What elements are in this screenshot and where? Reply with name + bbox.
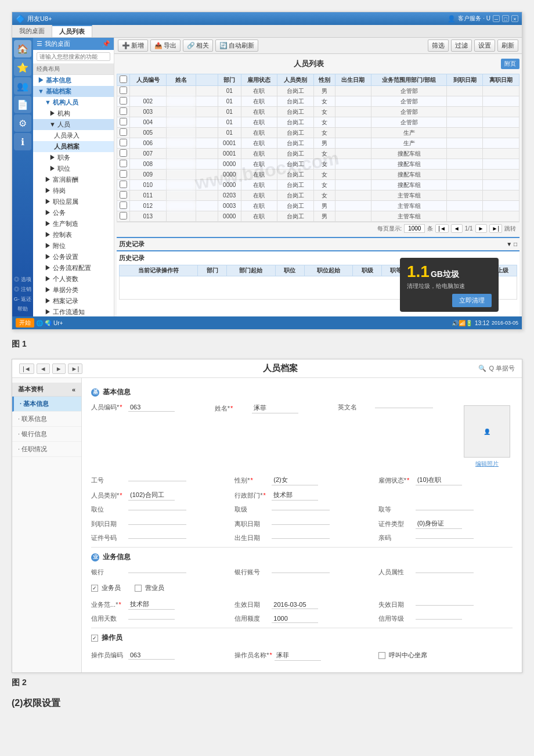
row-checkbox[interactable] — [120, 149, 127, 157]
close-btn[interactable]: × — [511, 15, 518, 22]
row-checkbox[interactable] — [120, 139, 127, 146]
sidebar-item-rich-salary[interactable]: ▶ 富润薪酬 — [33, 174, 114, 185]
nav-bottom-options[interactable]: ◎ 选项 — [12, 275, 33, 285]
form-sidebar-item-basic[interactable]: · 基本信息 — [12, 397, 81, 412]
nav-icon-star[interactable]: ⭐ — [14, 59, 31, 76]
row-checkbox[interactable] — [120, 212, 127, 219]
table-row[interactable]: 011 0203在职台岗工女主管车组 — [117, 190, 519, 201]
sidebar-search-input[interactable] — [37, 52, 110, 61]
table-row[interactable]: 009 0000在职台岗工女搜配车组 — [117, 170, 519, 180]
sidebar-item-production[interactable]: ▶ 生产制造 — [33, 218, 114, 229]
form-last-btn[interactable]: ►| — [68, 363, 83, 374]
btn-export[interactable]: 📤 导出 — [150, 39, 181, 52]
maximize-btn[interactable]: □ — [502, 15, 509, 22]
nav-bottom-logout[interactable]: ◎ 注销 — [12, 285, 33, 294]
minimize-btn[interactable]: ─ — [493, 15, 500, 22]
nav-icon-gear[interactable]: ⚙ — [14, 114, 31, 132]
form-sidebar-item-contact[interactable]: · 联系信息 — [12, 412, 81, 427]
tab-home[interactable]: 我的桌面 — [12, 25, 52, 37]
sidebar-collapse-icon[interactable]: « — [72, 386, 75, 393]
form-sidebar-item-position[interactable]: · 任职情况 — [12, 442, 81, 457]
sidebar-item-basic-files[interactable]: ▼ 基础档案 — [33, 86, 114, 97]
btn-auto-refresh[interactable]: 🔄 自动刷新 — [215, 39, 258, 52]
prev-page-btn[interactable]: ◄ — [451, 224, 463, 233]
sidebar-item-doc-category[interactable]: ▶ 单据分类 — [33, 285, 114, 296]
row-checkbox[interactable] — [120, 170, 127, 178]
table-row[interactable]: 004 01在职台岗工女企管部 — [117, 117, 519, 128]
form-prev-btn[interactable]: ◄ — [37, 363, 50, 374]
row-checkbox[interactable] — [120, 201, 127, 209]
sidebar-item-archive-record[interactable]: ▶ 档案记录 — [33, 296, 114, 307]
sidebar-item-duties[interactable]: ▶ 职务 — [33, 152, 114, 163]
sidebar-item-org-personnel[interactable]: ▼ 机构人员 — [33, 97, 114, 108]
biz-staff-checkbox[interactable] — [91, 585, 98, 592]
row-checkbox[interactable] — [120, 97, 127, 105]
next-page-btn[interactable]: ► — [475, 224, 487, 233]
app-window: 🔷 用友U8+ 👤 客户服务 · U ─ □ × 我的桌面 人员列表 🏠 ⭐ 👥 — [12, 12, 522, 329]
start-btn[interactable]: 开始 — [16, 318, 34, 327]
gc-clean-btn[interactable]: 立即清理 — [452, 294, 492, 307]
row-checkbox[interactable] — [120, 87, 127, 94]
row-checkbox[interactable] — [120, 191, 127, 199]
history-toggle[interactable]: ▼ □ — [506, 241, 517, 247]
nav-icon-home[interactable]: 🏠 — [14, 40, 31, 57]
form-first-btn[interactable]: |◄ — [19, 363, 34, 374]
btn-filter2[interactable]: 过滤 — [451, 39, 472, 52]
table-row[interactable]: 006 0001在职台岗工男生产 — [117, 138, 519, 149]
operator-section-checkbox[interactable] — [91, 635, 98, 642]
btn-related[interactable]: 🔗 相关 — [183, 39, 213, 52]
table-row[interactable]: 002 01在职台岗工女企管部 — [117, 96, 519, 107]
select-all-checkbox[interactable] — [120, 75, 127, 83]
sidebar-item-workflow-notify[interactable]: ▶ 工作流通知 — [33, 307, 114, 316]
row-checkbox[interactable] — [120, 128, 127, 136]
table-row[interactable]: 013 0000在职台岗工男主管车组 — [117, 211, 519, 222]
table-row[interactable]: 005 01在职台岗工女生产 — [117, 128, 519, 138]
call-center-checkbox[interactable] — [378, 652, 385, 659]
table-row[interactable]: 010 0000在职台岗工女搜配车组 — [117, 180, 519, 190]
export-btn[interactable]: 附页 — [501, 59, 519, 69]
btn-refresh[interactable]: 刷新 — [497, 39, 518, 52]
sidebar-item-subsidiary[interactable]: ▶ 附位 — [33, 240, 114, 251]
sidebar-item-org[interactable]: ▶ 机构 — [33, 108, 114, 119]
sales-staff-checkbox[interactable] — [135, 585, 142, 592]
btn-filter[interactable]: 筛选 — [428, 39, 449, 52]
form-sidebar-item-bank[interactable]: · 银行信息 — [12, 427, 81, 442]
form-next-btn[interactable]: ► — [52, 363, 66, 374]
sidebar-item-personnel-entry[interactable]: 人员录入 — [33, 130, 114, 141]
sidebar-pin-icon[interactable]: 📌 — [102, 40, 110, 48]
sidebar-item-personnel-files[interactable]: 人员档案 — [33, 141, 114, 152]
btn-add[interactable]: ➕ 新增 — [118, 39, 148, 52]
nav-icon-info[interactable]: ℹ — [14, 133, 31, 150]
per-page-input[interactable] — [404, 224, 425, 233]
tab-personnel-list[interactable]: 人员列表 — [52, 25, 92, 37]
row-checkbox[interactable] — [120, 107, 127, 115]
photo-area[interactable]: 👤 — [464, 405, 510, 458]
table-row[interactable]: 007 0001在职台岗工女搜配车组 — [117, 149, 519, 159]
sidebar-item-position-level[interactable]: ▶ 职位层属 — [33, 196, 114, 207]
table-row[interactable]: 012 0003在职台岗工男主管车组 — [117, 201, 519, 211]
sidebar-item-public-affairs[interactable]: ▶ 公务 — [33, 207, 114, 218]
btn-settings[interactable]: 设置 — [474, 39, 495, 52]
nav-bottom-return[interactable]: G- 返还 — [12, 294, 33, 304]
table-row[interactable]: 008 0000在职台岗工女搜配车组 — [117, 159, 519, 170]
table-row[interactable]: 003 01在职台岗工女企管部 — [117, 107, 519, 117]
row-checkbox[interactable] — [120, 118, 127, 125]
photo-edit-btn[interactable]: 编辑照片 — [475, 460, 499, 468]
sidebar-item-biz-settings[interactable]: ▶ 公务设置 — [33, 251, 114, 262]
sidebar-item-control-table[interactable]: ▶ 控制表 — [33, 229, 114, 240]
table-row[interactable]: 01在职台岗工男企管部 — [117, 86, 519, 96]
sidebar-item-positions[interactable]: ▶ 职位 — [33, 163, 114, 174]
gc-popup: 1.1 GB垃圾 清理垃圾，给电脑加速 立即清理 — [400, 258, 499, 312]
sidebar-item-biz-process[interactable]: ▶ 公务流程配置 — [33, 262, 114, 273]
last-page-btn[interactable]: ►| — [489, 224, 503, 233]
row-checkbox[interactable] — [120, 160, 127, 167]
nav-bottom-help[interactable]: 帮助 — [12, 304, 33, 314]
first-page-btn[interactable]: |◄ — [435, 224, 449, 233]
row-checkbox[interactable] — [120, 181, 127, 188]
sidebar-item-personnel-parent[interactable]: ▼ 人员 — [33, 119, 114, 130]
sidebar-item-personal-data[interactable]: ▶ 个人资数 — [33, 273, 114, 285]
sidebar-item-basic-info[interactable]: ▶ 基本信息 — [33, 75, 114, 86]
nav-icon-doc[interactable]: 📄 — [14, 96, 31, 113]
sidebar-item-standby[interactable]: ▶ 待岗 — [33, 185, 114, 196]
nav-icon-users[interactable]: 👥 — [14, 77, 31, 95]
